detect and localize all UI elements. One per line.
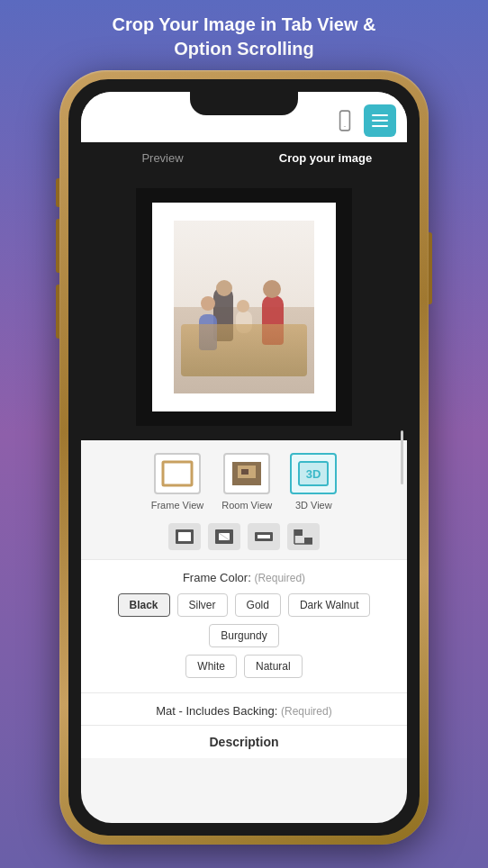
color-natural[interactable]: Natural: [244, 655, 303, 678]
power-button: [429, 232, 432, 304]
view-options: Frame View Room View: [81, 440, 407, 518]
frame-view-option[interactable]: Frame View: [151, 453, 203, 511]
mat-area: [152, 203, 336, 411]
color-white[interactable]: White: [185, 655, 237, 678]
hamburger-line-2: [372, 120, 388, 122]
frame-view-label: Frame View: [151, 500, 203, 511]
hamburger-line-3: [372, 125, 388, 127]
svg-rect-0: [340, 111, 350, 131]
crop-tool-1[interactable]: [168, 523, 201, 550]
tab-preview[interactable]: Preview: [81, 142, 244, 174]
crop-tool-2[interactable]: [208, 523, 240, 550]
mat-title: Mat - Includes Backing: (Required): [95, 704, 393, 718]
crop-tool-3[interactable]: [248, 523, 280, 550]
frame-container: [136, 188, 352, 426]
volume-up-button: [56, 219, 59, 273]
image-area: [81, 174, 407, 440]
room-view-label: Room View: [221, 500, 272, 511]
app-header: Crop Your Image in Tab View & Option Scr…: [76, 0, 411, 70]
room-view-icon-box: [223, 453, 270, 494]
svg-rect-2: [163, 462, 192, 485]
svg-text:3D: 3D: [306, 467, 321, 481]
hamburger-button[interactable]: [364, 104, 396, 137]
3d-view-icon-box: 3D: [290, 453, 337, 494]
description-section: Description: [81, 725, 407, 758]
color-black[interactable]: Black: [118, 593, 170, 617]
crop-tools: [81, 518, 407, 559]
header-title: Crop Your Image in Tab View & Option Scr…: [112, 13, 375, 61]
color-options-row1: Black Silver Gold Dark Walnut Burgundy: [95, 593, 393, 647]
phone-outer-shell: Preview Crop your image: [59, 70, 429, 845]
description-label: Description: [95, 735, 393, 749]
color-burgundy[interactable]: Burgundy: [209, 624, 278, 647]
frame-color-section: Frame Color: (Required) Black Silver Gol…: [81, 559, 407, 692]
phone-mockup: Preview Crop your image: [59, 70, 429, 845]
color-options-row2: White Natural: [95, 655, 393, 678]
frame-color-title: Frame Color: (Required): [95, 571, 393, 584]
phone-inner-bezel: Preview Crop your image: [68, 79, 420, 836]
hamburger-line-1: [372, 114, 388, 116]
3d-view-option[interactable]: 3D 3D View: [290, 453, 337, 511]
phone-screen: Preview Crop your image: [81, 92, 407, 823]
tab-crop[interactable]: Crop your image: [244, 142, 407, 174]
phone-notch: [190, 92, 298, 115]
volume-mute-button: [56, 178, 59, 207]
svg-rect-5: [241, 469, 249, 475]
photo: [174, 221, 314, 393]
phone-icon: [333, 109, 357, 132]
crop-tool-4[interactable]: [287, 523, 320, 550]
mat-section: Mat - Includes Backing: (Required): [81, 692, 407, 725]
3d-view-label: 3D View: [295, 500, 332, 511]
scroll-indicator: [401, 430, 403, 484]
color-silver[interactable]: Silver: [177, 593, 228, 617]
tabs-bar: Preview Crop your image: [81, 142, 407, 174]
color-gold[interactable]: Gold: [235, 593, 281, 617]
volume-down-button: [56, 285, 59, 339]
svg-rect-10: [178, 532, 191, 541]
screen-content: Preview Crop your image: [81, 92, 407, 823]
frame-view-icon-box: [154, 453, 201, 494]
room-view-option[interactable]: Room View: [221, 453, 272, 511]
svg-rect-15: [258, 535, 270, 538]
color-dark-walnut[interactable]: Dark Walnut: [288, 593, 371, 617]
